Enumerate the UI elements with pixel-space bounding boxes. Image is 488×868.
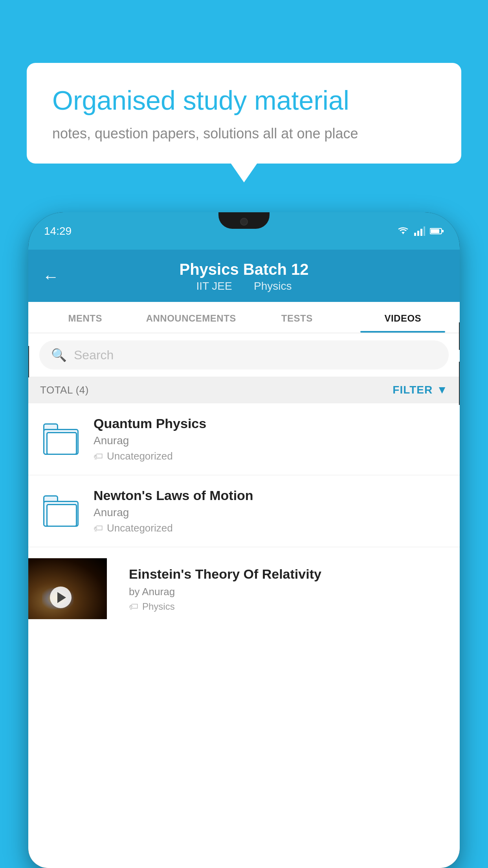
- list-item[interactable]: Einstein's Theory Of Relativity by Anura…: [28, 547, 460, 619]
- svg-rect-1: [414, 233, 416, 236]
- item-info: Quantum Physics Anurag 🏷 Uncategorized: [94, 416, 449, 462]
- svg-rect-4: [424, 226, 425, 236]
- video-title: Einstein's Theory Of Relativity: [129, 565, 449, 583]
- tab-documents[interactable]: MENTS: [32, 302, 138, 333]
- status-icons: [397, 226, 444, 236]
- video-tag: 🏷 Physics: [129, 601, 449, 612]
- item-thumbnail: [39, 417, 83, 461]
- filter-icon: ▼: [437, 384, 448, 396]
- search-bar[interactable]: 🔍 Search: [39, 340, 449, 370]
- tag-icon: 🏷: [129, 601, 138, 612]
- play-button[interactable]: [50, 587, 72, 608]
- tab-videos[interactable]: VIDEOS: [350, 302, 456, 333]
- video-tag: 🏷 Uncategorized: [94, 522, 449, 534]
- back-button[interactable]: ←: [42, 267, 59, 286]
- tabs-bar: MENTS ANNOUNCEMENTS TESTS VIDEOS: [28, 302, 460, 333]
- video-author: Anurag: [94, 434, 449, 447]
- list-item[interactable]: Newton's Laws of Motion Anurag 🏷 Uncateg…: [28, 475, 460, 547]
- search-section: 🔍 Search: [28, 333, 460, 377]
- phone-frame: 14:29 ←: [28, 212, 460, 868]
- search-icon: 🔍: [51, 348, 67, 362]
- folder-icon: [43, 495, 79, 527]
- video-author: Anurag: [94, 506, 449, 519]
- app-header: ← Physics Batch 12 IIT JEE Physics: [28, 250, 460, 302]
- speech-bubble: Organised study material notes, question…: [27, 63, 461, 164]
- status-time: 14:29: [44, 225, 72, 237]
- svg-rect-2: [417, 231, 419, 236]
- list-item[interactable]: Quantum Physics Anurag 🏷 Uncategorized: [28, 403, 460, 475]
- battery-icon: [430, 227, 444, 235]
- video-title: Quantum Physics: [94, 416, 449, 431]
- play-icon: [57, 592, 66, 603]
- side-button-right-1: [459, 322, 460, 350]
- status-bar: 14:29: [28, 212, 460, 250]
- subtitle-iitjee: IIT JEE: [196, 280, 232, 292]
- item-info: Einstein's Theory Of Relativity by Anura…: [118, 558, 460, 612]
- video-thumbnail-image: [28, 558, 107, 619]
- batch-title: Physics Batch 12: [70, 261, 418, 278]
- filter-bar: TOTAL (4) FILTER ▼: [28, 377, 460, 403]
- signal-icon: [414, 226, 425, 236]
- video-author: by Anurag: [129, 586, 449, 598]
- tag-label: Physics: [142, 601, 175, 612]
- tag-icon: 🏷: [94, 523, 103, 534]
- tab-tests[interactable]: TESTS: [244, 302, 350, 333]
- side-button-left: [28, 346, 29, 377]
- item-info: Newton's Laws of Motion Anurag 🏷 Uncateg…: [94, 488, 449, 534]
- header-title-group: Physics Batch 12 IIT JEE Physics: [70, 261, 418, 292]
- batch-subtitle: IIT JEE Physics: [70, 280, 418, 292]
- subtitle-physics: Physics: [254, 280, 292, 292]
- video-list: Quantum Physics Anurag 🏷 Uncategorized: [28, 403, 460, 619]
- phone-content: ← Physics Batch 12 IIT JEE Physics MENTS…: [28, 250, 460, 868]
- filter-button[interactable]: FILTER ▼: [393, 384, 448, 396]
- tag-icon: 🏷: [94, 451, 103, 462]
- camera: [240, 218, 248, 226]
- video-tag: 🏷 Uncategorized: [94, 450, 449, 462]
- side-button-right-2: [459, 362, 460, 405]
- svg-rect-6: [431, 229, 439, 233]
- search-placeholder: Search: [74, 348, 114, 362]
- video-title: Newton's Laws of Motion: [94, 488, 449, 503]
- bubble-subtitle: notes, question papers, solutions all at…: [52, 125, 436, 142]
- total-count: TOTAL (4): [40, 384, 89, 396]
- folder-icon: [43, 423, 79, 455]
- item-thumbnail: [39, 489, 83, 533]
- subtitle-separator: [242, 280, 248, 292]
- tag-label: Uncategorized: [107, 450, 173, 462]
- svg-rect-7: [442, 230, 444, 232]
- tab-announcements[interactable]: ANNOUNCEMENTS: [138, 302, 244, 333]
- wifi-icon: [397, 226, 409, 236]
- svg-rect-3: [420, 229, 422, 236]
- notch: [218, 212, 270, 229]
- bubble-title: Organised study material: [52, 85, 436, 117]
- tag-label: Uncategorized: [107, 522, 173, 534]
- filter-label: FILTER: [393, 384, 433, 396]
- svg-marker-0: [402, 232, 405, 234]
